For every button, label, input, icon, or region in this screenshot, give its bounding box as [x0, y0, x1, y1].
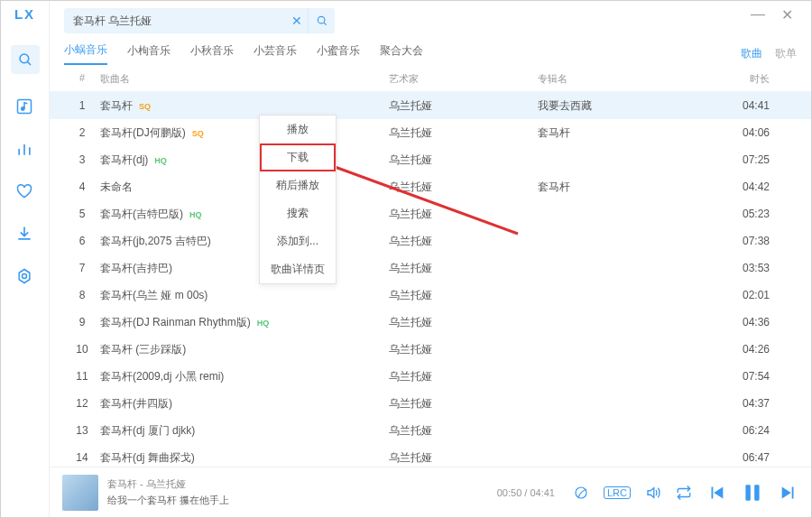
row-song: 套马杆(井四版) [100, 396, 389, 412]
row-song: 套马杆(吉特巴版)HQ [100, 207, 389, 222]
nav-downloads-icon[interactable] [15, 225, 34, 244]
row-song: 套马杆(dj 厦门 djkk) [100, 423, 389, 439]
svg-line-10 [324, 23, 327, 25]
context-menu-item[interactable]: 添加到... [260, 227, 336, 255]
table-row[interactable]: 1套马杆SQ乌兰托娅我要去西藏04:41 [50, 92, 811, 119]
search-button[interactable] [308, 8, 335, 33]
row-song: 套马杆(dj 舞曲探戈) [100, 450, 389, 466]
nav-charts-icon[interactable] [15, 140, 34, 159]
context-menu-item[interactable]: 稍后播放 [260, 171, 336, 199]
svg-rect-13 [754, 485, 759, 500]
album-cover[interactable] [62, 475, 98, 511]
col-index: # [64, 72, 100, 86]
col-time: 时长 [727, 72, 797, 86]
row-song: 套马杆(dj)HQ [100, 153, 389, 168]
svg-point-0 [20, 54, 29, 63]
desktop-lyrics-icon[interactable] [573, 485, 589, 501]
row-index: 10 [64, 343, 100, 356]
table-row[interactable]: 6套马杆(jb,2075 吉特巴)乌兰托娅07:38 [50, 227, 811, 254]
player-time: 00:50 / 04:41 [497, 487, 555, 498]
table-row[interactable]: 12套马杆(井四版)乌兰托娅04:37 [50, 390, 811, 417]
row-index: 13 [64, 424, 100, 437]
play-mode-icon[interactable] [676, 485, 692, 501]
row-time: 04:36 [727, 316, 797, 328]
row-index: 2 [64, 126, 100, 139]
search-input[interactable] [64, 8, 308, 33]
source-tab[interactable]: 聚合大会 [380, 43, 423, 64]
row-artist: 乌兰托娅 [389, 125, 538, 141]
row-time: 07:25 [727, 153, 797, 166]
row-artist: 乌兰托娅 [389, 180, 538, 195]
previous-button[interactable] [706, 483, 726, 503]
nav-songlist-icon[interactable] [15, 97, 34, 116]
table-row[interactable]: 11套马杆(2009,dj 小黑 remi)乌兰托娅07:54 [50, 363, 811, 390]
row-song: 套马杆 (三步踩版) [100, 342, 389, 357]
col-album: 专辑名 [538, 72, 727, 86]
row-index: 6 [64, 235, 100, 247]
table-row[interactable]: 4未命名乌兰托娅套马杆04:42 [50, 173, 811, 200]
row-song: 套马杆(乌兰 娅 m 00s) [100, 288, 389, 303]
result-type-playlist[interactable]: 歌单 [775, 46, 797, 61]
row-artist: 乌兰托娅 [389, 261, 538, 276]
table-row[interactable]: 14套马杆(dj 舞曲探戈)乌兰托娅06:47 [50, 444, 811, 467]
source-tabs: 小蜗音乐小枸音乐小秋音乐小芸音乐小蜜音乐聚合大会 歌曲 歌单 [50, 33, 811, 65]
table-row[interactable]: 13套马杆(dj 厦门 djkk)乌兰托娅06:24 [50, 417, 811, 444]
svg-marker-7 [19, 270, 30, 283]
source-tab[interactable]: 小蜜音乐 [317, 43, 360, 64]
svg-line-1 [27, 62, 30, 65]
source-tab[interactable]: 小秋音乐 [190, 43, 234, 64]
row-artist: 乌兰托娅 [389, 423, 538, 439]
now-playing-title: 套马杆 - 乌兰托娅 [107, 477, 229, 491]
context-menu-item[interactable]: 下载 [260, 143, 336, 171]
result-list: 1套马杆SQ乌兰托娅我要去西藏04:412套马杆(DJ何鹏版)SQ乌兰托娅套马杆… [50, 92, 811, 467]
table-row[interactable]: 9套马杆(DJ Rainman Rhythm版)HQ乌兰托娅04:36 [50, 309, 811, 336]
table-row[interactable]: 10套马杆 (三步踩版)乌兰托娅04:26 [50, 336, 811, 363]
nav-settings-icon[interactable] [15, 267, 34, 286]
nav-favorites-icon[interactable] [15, 182, 34, 201]
row-song: 套马杆(2009,dj 小黑 remi) [100, 369, 389, 384]
next-button[interactable] [779, 483, 798, 503]
source-tab[interactable]: 小芸音乐 [254, 43, 297, 64]
row-song: 套马杆(DJ何鹏版)SQ [100, 125, 389, 141]
nav-search-icon[interactable] [11, 45, 40, 74]
row-index: 7 [64, 262, 100, 274]
col-song: 歌曲名 [100, 72, 389, 86]
row-time: 04:06 [727, 126, 797, 139]
row-artist: 乌兰托娅 [389, 234, 538, 249]
row-artist: 乌兰托娅 [389, 450, 538, 466]
row-time: 07:54 [727, 370, 797, 383]
lrc-toggle[interactable]: LRC [604, 486, 631, 499]
minimize-button[interactable]: — [751, 6, 765, 23]
row-index: 11 [64, 370, 100, 383]
row-album: 套马杆 [538, 180, 727, 195]
table-row[interactable]: 2套马杆(DJ何鹏版)SQ乌兰托娅套马杆04:06 [50, 119, 811, 146]
play-pause-button[interactable] [741, 481, 764, 504]
row-time: 04:41 [727, 99, 797, 112]
row-time: 04:42 [727, 180, 797, 193]
clear-search-icon[interactable]: ✕ [291, 14, 302, 28]
context-menu-item[interactable]: 搜索 [260, 199, 336, 227]
close-button[interactable]: ✕ [781, 6, 793, 23]
row-artist: 乌兰托娅 [389, 369, 538, 384]
result-type-song[interactable]: 歌曲 [741, 46, 762, 61]
volume-icon[interactable] [645, 485, 661, 501]
row-song: 套马杆(吉持巴) [100, 261, 389, 276]
row-index: 1 [64, 99, 100, 112]
row-song: 套马杆(DJ Rainman Rhythm版)HQ [100, 315, 389, 330]
table-row[interactable]: 3套马杆(dj)HQ乌兰托娅07:25 [50, 146, 811, 173]
row-artist: 乌兰托娅 [389, 98, 538, 114]
row-time: 05:23 [727, 208, 797, 220]
table-row[interactable]: 8套马杆(乌兰 娅 m 00s)乌兰托娅02:01 [50, 282, 811, 309]
sidebar: LX [1, 1, 50, 517]
row-album: 我要去西藏 [538, 98, 727, 114]
table-row[interactable]: 7套马杆(吉持巴)乌兰托娅03:53 [50, 254, 811, 282]
row-index: 14 [64, 451, 100, 464]
source-tab[interactable]: 小蜗音乐 [64, 42, 107, 65]
row-time: 04:37 [727, 397, 797, 410]
table-row[interactable]: 5套马杆(吉特巴版)HQ乌兰托娅05:23 [50, 200, 811, 227]
row-artist: 乌兰托娅 [389, 207, 538, 222]
row-time: 06:47 [727, 451, 797, 464]
source-tab[interactable]: 小枸音乐 [127, 43, 171, 64]
context-menu-item[interactable]: 播放 [260, 116, 336, 143]
context-menu-item[interactable]: 歌曲详情页 [260, 255, 336, 283]
